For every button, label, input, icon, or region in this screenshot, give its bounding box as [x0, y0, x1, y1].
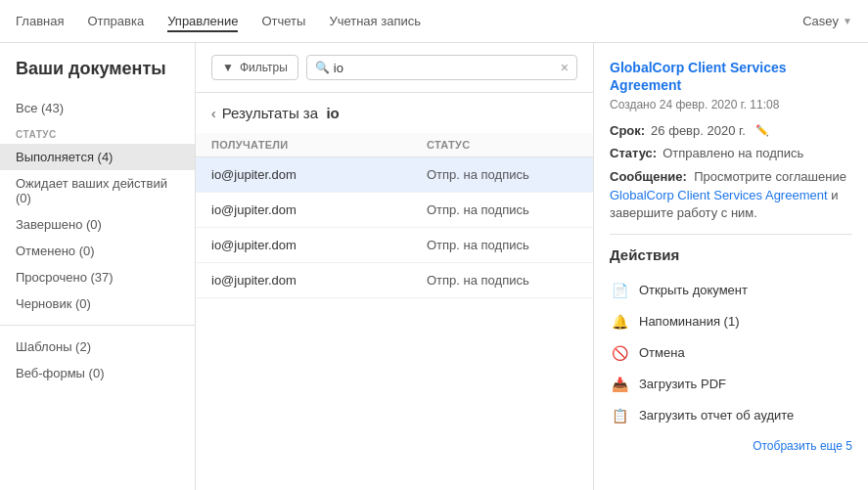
detail-panel: GlobalCorp Client Services Agreement Соз…: [594, 43, 868, 490]
back-button[interactable]: ‹: [211, 106, 216, 121]
status-label: Статус:: [610, 146, 657, 160]
sidebar-item-expired[interactable]: Просрочено (37): [0, 264, 195, 290]
message-label: Сообщение:: [610, 169, 687, 184]
cell-status: Отпр. на подпись: [427, 167, 577, 182]
cell-status: Отпр. на подпись: [427, 273, 577, 288]
action-cancel[interactable]: 🚫 Отмена: [610, 337, 852, 369]
message-link[interactable]: GlobalCorp Client Services Agreement: [610, 188, 828, 202]
cell-status: Отпр. на подпись: [427, 238, 577, 252]
download-audit-icon: 📋: [610, 406, 629, 425]
sidebar-item-all[interactable]: Все (43): [0, 95, 195, 121]
sidebar-item-templates[interactable]: Шаблоны (2): [0, 334, 195, 360]
cell-recipient: io@jupiter.dom: [211, 238, 427, 252]
doc-status-field: Статус: Отправлено на подпись: [610, 146, 852, 160]
results-table: ПОЛУЧАТЕЛИ СТАТУС io@jupiter.dom Отпр. н…: [196, 133, 593, 490]
download-pdf-icon: 📥: [610, 375, 629, 394]
bell-icon: 🔔: [610, 312, 629, 332]
table-row[interactable]: io@jupiter.dom Отпр. на подпись: [196, 157, 593, 193]
center-panel: ▼ Фильтры 🔍 × ‹ Результаты за io ПОЛУЧАТ…: [196, 43, 594, 490]
filter-label: Фильтры: [240, 61, 288, 74]
search-clear-icon[interactable]: ×: [561, 60, 569, 75]
sidebar: Ваши документы Все (43) СТАТУС Выполняет…: [0, 43, 196, 490]
doc-created: Создано 24 февр. 2020 г. 11:08: [610, 98, 852, 111]
cell-recipient: io@jupiter.dom: [211, 273, 427, 288]
action-reminders-label: Напоминания (1): [639, 314, 739, 329]
deadline-label: Срок:: [610, 123, 645, 138]
action-open-label: Открыть документ: [639, 283, 748, 297]
sidebar-item-executing[interactable]: Выполняется (4): [0, 144, 195, 170]
filter-button[interactable]: ▼ Фильтры: [211, 55, 298, 80]
nav-account[interactable]: Учетная запись: [329, 10, 421, 32]
table-row[interactable]: io@jupiter.dom Отпр. на подпись: [196, 263, 593, 298]
action-cancel-label: Отмена: [639, 345, 685, 360]
sidebar-item-cancelled[interactable]: Отменено (0): [0, 238, 195, 264]
status-section-label: СТАТУС: [0, 121, 195, 144]
search-input-wrap: 🔍 ×: [306, 55, 577, 80]
search-icon: 🔍: [315, 61, 330, 74]
nav-items: Главная Отправка Управление Отчеты Учетн…: [16, 10, 802, 32]
filter-icon: ▼: [222, 61, 234, 74]
col-header-status: СТАТУС: [427, 139, 577, 151]
sidebar-item-awaiting[interactable]: Ожидает ваших действий (0): [0, 170, 195, 211]
action-download-pdf-label: Загрузить PDF: [639, 377, 726, 391]
document-icon: 📄: [610, 281, 629, 300]
cell-recipient: io@jupiter.dom: [211, 167, 427, 182]
nav-home[interactable]: Главная: [16, 10, 64, 32]
nav-user-name: Casey: [802, 14, 839, 28]
results-query: io: [326, 105, 339, 121]
sidebar-item-draft[interactable]: Черновик (0): [0, 290, 195, 317]
cancel-icon: 🚫: [610, 343, 629, 363]
search-bar: ▼ Фильтры 🔍 ×: [196, 43, 593, 93]
sidebar-item-webforms[interactable]: Веб-формы (0): [0, 360, 195, 386]
top-navigation: Главная Отправка Управление Отчеты Учетн…: [0, 0, 868, 43]
nav-manage[interactable]: Управление: [167, 10, 238, 32]
panel-divider: [610, 234, 852, 235]
main-layout: Ваши документы Все (43) СТАТУС Выполняет…: [0, 43, 868, 490]
action-open-document[interactable]: 📄 Открыть документ: [610, 275, 852, 306]
action-reminders[interactable]: 🔔 Напоминания (1): [610, 306, 852, 337]
show-more-button[interactable]: Отобразить еще 5: [610, 439, 852, 453]
col-header-recipients: ПОЛУЧАТЕЛИ: [211, 139, 427, 151]
results-title-prefix: Результаты за: [222, 105, 318, 121]
doc-title[interactable]: GlobalCorp Client Services Agreement: [610, 59, 852, 94]
edit-deadline-icon[interactable]: ✏️: [755, 124, 769, 137]
sidebar-divider: [0, 325, 195, 326]
chevron-down-icon: ▼: [843, 16, 852, 26]
table-row[interactable]: io@jupiter.dom Отпр. на подпись: [196, 228, 593, 263]
nav-reports[interactable]: Отчеты: [261, 10, 305, 32]
nav-send[interactable]: Отправка: [87, 10, 144, 32]
table-row[interactable]: io@jupiter.dom Отпр. на подпись: [196, 193, 593, 228]
cell-recipient: io@jupiter.dom: [211, 202, 427, 217]
status-value: Отправлено на подпись: [662, 146, 803, 160]
nav-user[interactable]: Casey ▼: [802, 14, 852, 28]
sidebar-title: Ваши документы: [0, 59, 195, 95]
sidebar-item-completed[interactable]: Завершено (0): [0, 211, 195, 238]
action-download-audit-label: Загрузить отчет об аудите: [639, 408, 794, 423]
cell-status: Отпр. на подпись: [427, 202, 577, 217]
doc-message-section: Сообщение: Просмотрите соглашение Global…: [610, 168, 852, 222]
results-header: ‹ Результаты за io: [196, 93, 593, 133]
action-download-audit[interactable]: 📋 Загрузить отчет об аудите: [610, 400, 852, 431]
action-download-pdf[interactable]: 📥 Загрузить PDF: [610, 369, 852, 400]
actions-title: Действия: [610, 246, 852, 263]
doc-deadline-field: Срок: 26 февр. 2020 г. ✏️: [610, 123, 852, 138]
table-header: ПОЛУЧАТЕЛИ СТАТУС: [196, 133, 593, 157]
search-input[interactable]: [334, 61, 561, 75]
deadline-value: 26 февр. 2020 г.: [651, 123, 746, 138]
results-title: Результаты за io: [222, 105, 340, 121]
